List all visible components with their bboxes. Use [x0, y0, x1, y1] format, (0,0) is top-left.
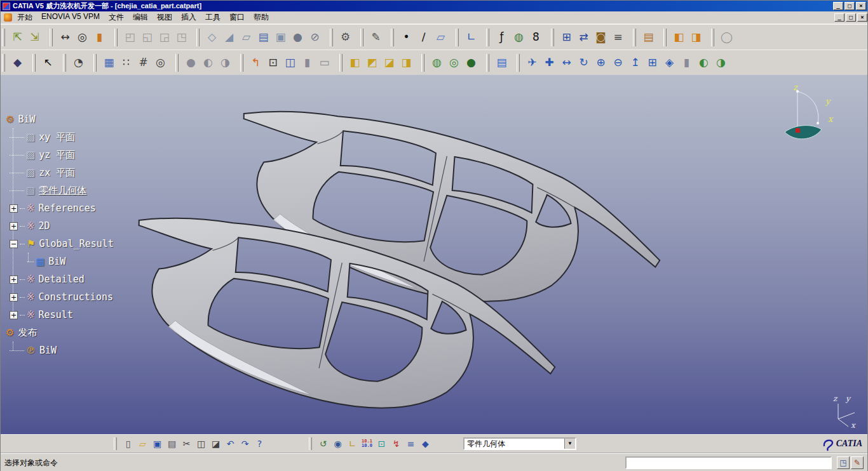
- compass-z-label[interactable]: z: [793, 84, 798, 92]
- yz-plane-icon[interactable]: ▨: [26, 149, 35, 161]
- minimize-button[interactable]: _: [833, 2, 843, 10]
- manikin-icon[interactable]: ●: [463, 54, 480, 71]
- tree-item-label[interactable]: Result: [39, 309, 73, 321]
- axis-to-axis-icon[interactable]: ⇄: [575, 29, 592, 46]
- power-input-toggle-icon[interactable]: ✎: [851, 456, 864, 469]
- context-help-icon[interactable]: ?: [252, 437, 267, 451]
- point-icon[interactable]: •: [398, 29, 415, 46]
- close-button[interactable]: ×: [856, 2, 866, 10]
- tree-item-label[interactable]: BiW: [48, 256, 65, 267]
- menu-item-view[interactable]: 视图: [153, 11, 177, 24]
- torus-icon[interactable]: ◯: [718, 29, 735, 46]
- enovia-open-icon[interactable]: ⇱: [9, 29, 26, 46]
- tree-expander[interactable]: +: [10, 204, 18, 213]
- grid-icon[interactable]: #: [135, 54, 152, 71]
- menu-item-tools[interactable]: 工具: [201, 11, 225, 24]
- menu-item-insert[interactable]: 插入: [177, 11, 201, 24]
- low-light-icon[interactable]: ◎: [152, 54, 169, 71]
- half-sphere-icon[interactable]: ◐: [200, 54, 217, 71]
- geometrical-set-icon[interactable]: ※: [27, 291, 35, 303]
- split-icon[interactable]: ◢: [220, 29, 238, 46]
- body-side-frame-upper[interactable]: [211, 84, 677, 350]
- mdi-minimize-button[interactable]: _: [834, 13, 844, 22]
- geometrical-set-icon[interactable]: ※: [27, 202, 35, 214]
- fit-all-in-icon[interactable]: ✚: [541, 54, 558, 71]
- extract-icon[interactable]: ▤: [255, 29, 272, 46]
- catalog-browser-icon[interactable]: ▤: [640, 29, 657, 46]
- tree-item-label[interactable]: 零件几何体: [39, 185, 86, 197]
- iso-view-icon[interactable]: ◈: [661, 54, 678, 71]
- geometrical-set-icon[interactable]: ※: [27, 220, 35, 232]
- graph-analysis-icon[interactable]: ↯: [389, 437, 403, 451]
- gear-icon[interactable]: ⚙: [337, 29, 354, 46]
- normal-view-icon[interactable]: ↥: [627, 54, 644, 71]
- start-menu-icon[interactable]: [4, 13, 12, 22]
- tree-item-label[interactable]: BiW: [39, 345, 57, 356]
- publication-item-icon[interactable]: ℗: [26, 345, 36, 356]
- compass-origin-handle[interactable]: [796, 128, 800, 133]
- power-input-field[interactable]: [625, 456, 832, 469]
- link-manager-icon[interactable]: ↺: [316, 437, 330, 451]
- sweep-surface-icon[interactable]: ◩: [363, 54, 381, 71]
- boundary-icon[interactable]: ▱: [238, 29, 255, 46]
- menu-item-edit[interactable]: 编辑: [128, 11, 153, 24]
- enovia-save-icon[interactable]: ⇲: [26, 29, 43, 46]
- cylinder-icon[interactable]: ▮: [299, 54, 316, 71]
- copy-icon[interactable]: ◫: [194, 437, 208, 451]
- paste-icon[interactable]: ◪: [208, 437, 223, 451]
- menu-item-window[interactable]: 窗口: [225, 11, 249, 24]
- geometrical-set-icon[interactable]: ※: [27, 309, 35, 321]
- tree-item-label[interactable]: zx 平面: [39, 167, 75, 179]
- instantiate-from-selection-icon[interactable]: ◱: [139, 29, 156, 46]
- tree-expander[interactable]: +: [10, 222, 18, 230]
- tree-item-label[interactable]: 2D: [39, 220, 50, 232]
- instantiate-from-document-icon[interactable]: ◰: [121, 29, 139, 46]
- publication-icon[interactable]: ⚙: [6, 327, 14, 338]
- measure-inertia-icon[interactable]: ▮: [91, 29, 108, 46]
- iso-box-icon[interactable]: ◫: [281, 54, 299, 71]
- measure-between-icon[interactable]: ↔: [57, 29, 74, 46]
- tree-expander[interactable]: −: [10, 240, 18, 248]
- tree-item-label[interactable]: References: [39, 202, 96, 214]
- save-icon[interactable]: ▣: [150, 437, 165, 451]
- insert-axis-system-icon[interactable]: ∟: [463, 29, 480, 46]
- part-body-icon[interactable]: ▧: [26, 185, 35, 196]
- sphere-surface-icon[interactable]: ●: [182, 54, 200, 71]
- mold-icon[interactable]: ◧: [670, 29, 688, 46]
- xy-plane-icon[interactable]: ▨: [26, 131, 35, 143]
- tree-expander[interactable]: +: [10, 275, 18, 284]
- dynamic-sectioning-icon[interactable]: ◍: [428, 54, 445, 71]
- work-on-support-icon[interactable]: ▦: [100, 54, 118, 71]
- menu-item-start[interactable]: 开始: [13, 11, 37, 24]
- select-icon[interactable]: ↖: [39, 54, 57, 71]
- fly-mode-icon[interactable]: ✈: [524, 54, 541, 71]
- fillet-surface-icon[interactable]: ◨: [398, 54, 415, 71]
- tree-expander[interactable]: +: [10, 311, 18, 319]
- print-icon[interactable]: ▤: [165, 437, 179, 451]
- menu-item-file[interactable]: 文件: [104, 11, 128, 24]
- redo-icon[interactable]: ↷: [238, 437, 252, 451]
- tree-item-label[interactable]: yz 平面: [39, 149, 75, 161]
- axis-system-icon[interactable]: ∟: [345, 437, 360, 451]
- powercopy-icon[interactable]: ◲: [156, 29, 173, 46]
- biw-model-3d[interactable]: [1, 75, 867, 434]
- body-side-frame-lower[interactable]: [106, 190, 572, 434]
- viewport-3d[interactable]: ⚙BiW▨xy 平面▨yz 平面▨zx 平面▧零件几何体+※References…: [1, 75, 867, 434]
- undo-icon[interactable]: ↶: [223, 437, 238, 451]
- statusbar-dock-icon[interactable]: ◳: [837, 456, 850, 469]
- new-document-icon[interactable]: ▯: [121, 437, 135, 451]
- version-icon[interactable]: 10.110.0: [360, 437, 374, 451]
- mold-base-icon[interactable]: ◨: [688, 29, 705, 46]
- tree-item-label[interactable]: BiW: [18, 114, 35, 125]
- mdi-restore-button[interactable]: □: [846, 13, 856, 22]
- tree-item-label[interactable]: Constructions: [39, 291, 113, 303]
- shell-icon[interactable]: ◑: [217, 54, 234, 71]
- design-table-icon[interactable]: ⊞: [558, 29, 575, 46]
- line-icon[interactable]: ∕: [415, 29, 432, 46]
- result-grid-icon[interactable]: ▦: [36, 256, 44, 267]
- part-root-icon[interactable]: ⚙: [6, 114, 14, 125]
- compass-y-label[interactable]: y: [825, 96, 831, 106]
- extrapolate-icon[interactable]: ▣: [272, 29, 289, 46]
- measure-item-icon[interactable]: ◎: [74, 29, 91, 46]
- zoom-out-icon[interactable]: ⊖: [609, 54, 627, 71]
